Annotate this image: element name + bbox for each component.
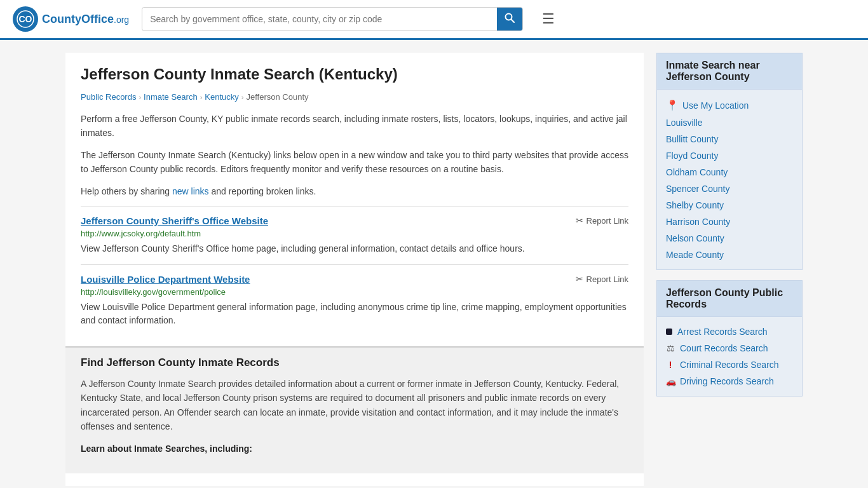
nearby-meade-county[interactable]: Meade County	[666, 247, 793, 263]
link-url-1: http://louisvilleky.gov/government/polic…	[81, 287, 628, 297]
report-link-1[interactable]: ✂ Report Link	[576, 274, 628, 284]
header: CO CountyOffice.org ☰	[0, 0, 868, 40]
nearby-box-body: 📍 Use My Location Louisville Bullitt Cou…	[657, 90, 802, 269]
search-input[interactable]	[142, 9, 497, 29]
breadcrumb-sep-2: ›	[200, 93, 203, 101]
logo-icon: CO	[13, 6, 38, 32]
svg-text:CO: CO	[19, 14, 32, 24]
nearby-meade-label: Meade County	[666, 250, 724, 260]
driving-records-icon: 🚗	[666, 377, 675, 386]
arrest-records-label: Arrest Records Search	[677, 327, 768, 337]
nearby-nelson-label: Nelson County	[666, 233, 724, 243]
logo-text: CountyOffice.org	[42, 13, 129, 26]
breadcrumb-jefferson-county: Jefferson County	[246, 92, 308, 102]
driving-records-link[interactable]: 🚗 Driving Records Search	[666, 373, 793, 390]
find-section-title: Find Jefferson County Inmate Records	[81, 356, 628, 369]
driving-records-label: Driving Records Search	[680, 376, 774, 386]
nearby-box: Inmate Search near Jefferson County 📍 Us…	[656, 53, 803, 270]
nearby-floyd-label: Floyd County	[666, 151, 718, 161]
search-button[interactable]	[497, 8, 522, 30]
arrest-records-icon	[666, 329, 672, 335]
page-title: Jefferson County Inmate Search (Kentucky…	[81, 65, 628, 83]
court-records-icon: ⚖	[666, 343, 675, 353]
use-location-label: Use My Location	[682, 100, 749, 111]
nearby-harrison-label: Harrison County	[666, 217, 730, 227]
nearby-shelby-county[interactable]: Shelby County	[666, 197, 793, 214]
report-icon-0: ✂	[576, 215, 583, 226]
criminal-records-label: Criminal Records Search	[680, 360, 779, 370]
link-card-header-1: Louisville Police Department Website ✂ R…	[81, 274, 628, 285]
link-cards: Jefferson County Sheriff's Office Websit…	[81, 206, 628, 336]
breadcrumb-sep-3: ›	[241, 93, 244, 101]
link-card-header-0: Jefferson County Sheriff's Office Websit…	[81, 215, 628, 226]
main-content: Jefferson County Inmate Search (Kentucky…	[65, 53, 644, 486]
nearby-spencer-label: Spencer County	[666, 184, 729, 194]
new-links-link[interactable]: new links	[172, 186, 209, 196]
nearby-spencer-county[interactable]: Spencer County	[666, 180, 793, 197]
report-label-0: Report Link	[587, 216, 628, 226]
report-label-1: Report Link	[587, 274, 628, 284]
criminal-records-link[interactable]: ! Criminal Records Search	[666, 356, 793, 373]
arrest-records-link[interactable]: Arrest Records Search	[666, 323, 793, 340]
public-records-header: Jefferson County Public Records	[657, 281, 802, 317]
nearby-louisville-label: Louisville	[666, 118, 703, 128]
use-location-link[interactable]: 📍 Use My Location	[666, 96, 793, 114]
link-card-title-0[interactable]: Jefferson County Sheriff's Office Websit…	[81, 215, 268, 226]
public-records-body: Arrest Records Search ⚖ Court Records Se…	[657, 317, 802, 396]
nearby-louisville[interactable]: Louisville	[666, 114, 793, 131]
sidebar: Inmate Search near Jefferson County 📍 Us…	[656, 53, 803, 486]
breadcrumb-public-records[interactable]: Public Records	[81, 92, 136, 102]
search-bar	[142, 7, 523, 31]
breadcrumb-kentucky[interactable]: Kentucky	[205, 92, 238, 102]
description-2: The Jefferson County Inmate Search (Kent…	[81, 148, 628, 177]
link-desc-0: View Jefferson County Sheriff's Office h…	[81, 242, 628, 255]
breadcrumb-sep-1: ›	[139, 93, 141, 101]
page-wrapper: Jefferson County Inmate Search (Kentucky…	[53, 40, 815, 488]
description-3: Help others by sharing new links and rep…	[81, 184, 628, 198]
report-icon-1: ✂	[576, 274, 583, 284]
learn-title: Learn about Inmate Searches, including:	[81, 442, 628, 456]
nearby-oldham-county[interactable]: Oldham County	[666, 164, 793, 180]
link-url-0: http://www.jcsoky.org/default.htm	[81, 229, 628, 238]
nearby-box-header: Inmate Search near Jefferson County	[657, 53, 802, 90]
nearby-floyd-county[interactable]: Floyd County	[666, 147, 793, 164]
breadcrumb: Public Records › Inmate Search › Kentuck…	[81, 92, 628, 102]
nearby-nelson-county[interactable]: Nelson County	[666, 230, 793, 247]
nearby-bullitt-label: Bullitt County	[666, 134, 718, 144]
svg-line-3	[512, 20, 515, 23]
logo-link[interactable]: CO CountyOffice.org	[13, 6, 129, 32]
link-card-title-1[interactable]: Louisville Police Department Website	[81, 274, 250, 285]
description-1: Perform a free Jefferson County, KY publ…	[81, 112, 628, 140]
nearby-harrison-county[interactable]: Harrison County	[666, 214, 793, 230]
criminal-records-icon: !	[666, 360, 675, 370]
report-link-0[interactable]: ✂ Report Link	[576, 215, 628, 226]
find-section-body: A Jefferson County Inmate Search provide…	[81, 377, 628, 434]
nearby-shelby-label: Shelby County	[666, 200, 724, 210]
court-records-label: Court Records Search	[680, 343, 768, 353]
menu-icon[interactable]: ☰	[542, 11, 555, 27]
public-records-box: Jefferson County Public Records Arrest R…	[656, 280, 803, 396]
breadcrumb-inmate-search[interactable]: Inmate Search	[144, 92, 198, 102]
find-section: Find Jefferson County Inmate Records A J…	[65, 346, 644, 473]
link-desc-1: View Louisville Police Department genera…	[81, 301, 628, 327]
nearby-oldham-label: Oldham County	[666, 167, 728, 177]
court-records-link[interactable]: ⚖ Court Records Search	[666, 340, 793, 356]
nearby-bullitt-county[interactable]: Bullitt County	[666, 131, 793, 147]
link-card-1: Louisville Police Department Website ✂ R…	[81, 264, 628, 336]
link-card-0: Jefferson County Sheriff's Office Websit…	[81, 206, 628, 264]
location-pin-icon: 📍	[666, 99, 679, 111]
